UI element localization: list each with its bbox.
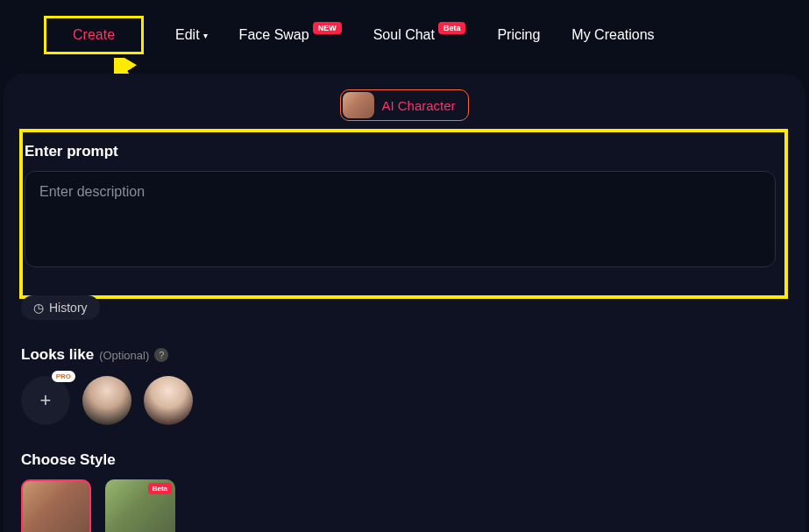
nav-pricing[interactable]: Pricing [497,27,540,43]
face-option-2[interactable] [144,376,193,425]
nav-my-creations[interactable]: My Creations [571,27,654,43]
style-beta-badge: Beta [148,483,172,494]
plus-icon: + [40,389,52,412]
nav-create[interactable]: Create [44,16,144,54]
nav-soul-chat[interactable]: Soul Chat Beta [373,27,466,43]
new-badge: NEW [313,22,342,34]
choose-style-section: Choose Style Beta [21,451,788,532]
main-card: AI Character Enter prompt ◷ History Look… [4,74,805,532]
looks-like-title: Looks like [21,346,94,364]
beta-badge: Beta [438,22,466,34]
face-option-1[interactable] [82,376,131,425]
ai-character-label: AI Character [381,98,455,113]
nav-soul-chat-label: Soul Chat [373,27,435,43]
choose-style-title: Choose Style [21,451,788,469]
ai-character-avatar-icon [343,92,374,118]
looks-like-optional: (Optional) [99,349,149,362]
history-label: History [49,301,88,315]
prompt-title: Enter prompt [25,143,776,160]
history-button[interactable]: ◷ History [21,295,100,320]
prompt-highlight-box: Enter prompt [19,129,788,299]
chevron-down-icon: ▾ [203,31,208,40]
navbar: Create Edit ▾ Face Swap NEW Soul Chat Be… [0,0,809,70]
style-option-2[interactable]: Beta [105,479,175,532]
nav-edit[interactable]: Edit ▾ [175,27,208,43]
nav-edit-label: Edit [175,27,200,43]
nav-face-swap-label: Face Swap [239,27,309,43]
help-icon[interactable]: ? [154,348,168,362]
add-face-button[interactable]: + PRO [21,376,70,425]
pro-badge: PRO [52,371,75,382]
nav-face-swap[interactable]: Face Swap NEW [239,27,342,43]
style-option-1[interactable] [21,479,91,532]
looks-like-section: Looks like (Optional) ? + PRO [21,346,788,425]
clock-icon: ◷ [33,301,44,315]
ai-character-chip[interactable]: AI Character [340,89,468,121]
prompt-input[interactable] [25,171,776,267]
